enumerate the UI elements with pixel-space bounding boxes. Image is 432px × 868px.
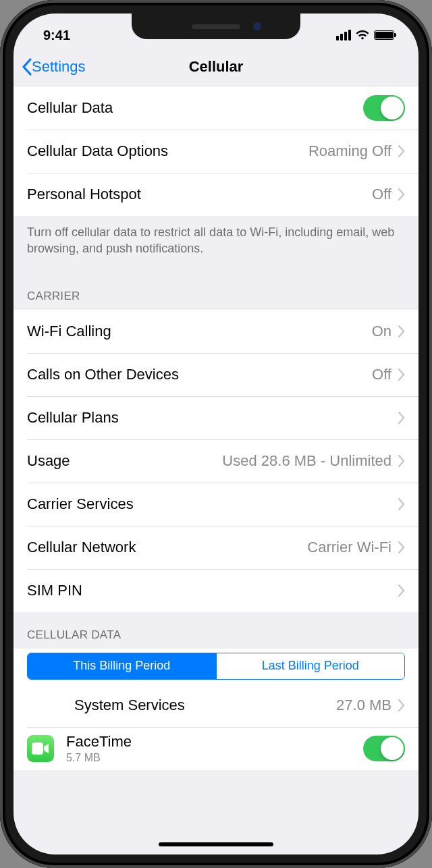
facetime-usage: 5.7 MB <box>66 752 132 764</box>
chevron-right-icon <box>398 699 405 711</box>
battery-icon <box>374 30 394 40</box>
row-facetime[interactable]: FaceTime 5.7 MB <box>14 727 418 770</box>
row-cellular-data[interactable]: Cellular Data <box>14 86 418 130</box>
cellular-data-footer: Turn off cellular data to restrict all d… <box>14 216 418 273</box>
billing-period-segmented[interactable]: This Billing Period Last Billing Period <box>27 653 405 680</box>
chevron-right-icon <box>398 541 405 553</box>
row-carrier-services[interactable]: Carrier Services <box>14 483 418 526</box>
usage-label: Usage <box>27 452 70 470</box>
personal-hotspot-label: Personal Hotspot <box>27 186 141 203</box>
system-services-label: System Services <box>74 697 185 714</box>
row-wifi-calling[interactable]: Wi-Fi Calling On <box>14 310 418 353</box>
cellular-plans-label: Cellular Plans <box>27 409 119 427</box>
cellular-network-value: Carrier Wi-Fi <box>307 539 392 556</box>
facetime-toggle[interactable] <box>363 736 405 761</box>
chevron-right-icon <box>398 455 405 467</box>
section-header-carrier: CARRIER <box>14 273 418 310</box>
status-time: 9:41 <box>34 28 70 43</box>
segment-this-billing-period[interactable]: This Billing Period <box>28 653 216 679</box>
row-usage[interactable]: Usage Used 28.6 MB - Unlimited <box>14 439 418 483</box>
facetime-app-icon <box>27 735 54 762</box>
row-calls-other-devices[interactable]: Calls on Other Devices Off <box>14 353 418 396</box>
section-header-cellular-data: CELLULAR DATA <box>14 612 418 649</box>
chevron-right-icon <box>398 325 405 337</box>
chevron-left-icon <box>22 58 32 76</box>
cellular-data-options-value: Roaming Off <box>308 142 392 160</box>
page-title: Cellular <box>189 58 244 76</box>
wifi-icon <box>355 30 370 40</box>
carrier-services-label: Carrier Services <box>27 495 134 513</box>
chevron-right-icon <box>398 188 405 200</box>
device-notch <box>132 13 300 39</box>
calls-other-devices-label: Calls on Other Devices <box>27 366 179 383</box>
row-cellular-plans[interactable]: Cellular Plans <box>14 396 418 439</box>
row-system-services[interactable]: System Services 27.0 MB <box>14 684 418 727</box>
usage-value: Used 28.6 MB - Unlimited <box>222 452 392 470</box>
svg-rect-0 <box>32 742 43 755</box>
sim-pin-label: SIM PIN <box>27 582 82 599</box>
facetime-label: FaceTime <box>66 733 132 751</box>
row-personal-hotspot[interactable]: Personal Hotspot Off <box>14 173 418 216</box>
back-button[interactable]: Settings <box>22 58 86 76</box>
segment-last-billing-period[interactable]: Last Billing Period <box>216 653 405 679</box>
navigation-bar: Settings Cellular <box>14 47 418 86</box>
back-label: Settings <box>32 58 86 76</box>
chevron-right-icon <box>398 585 405 597</box>
cellular-signal-icon <box>336 30 351 40</box>
chevron-right-icon <box>398 498 405 510</box>
cellular-network-label: Cellular Network <box>27 539 136 556</box>
home-indicator[interactable] <box>159 842 273 846</box>
chevron-right-icon <box>398 369 405 381</box>
row-cellular-data-options[interactable]: Cellular Data Options Roaming Off <box>14 130 418 173</box>
row-cellular-network[interactable]: Cellular Network Carrier Wi-Fi <box>14 526 418 569</box>
wifi-calling-label: Wi-Fi Calling <box>27 323 111 340</box>
calls-other-devices-value: Off <box>372 366 392 383</box>
cellular-data-label: Cellular Data <box>27 99 113 117</box>
chevron-right-icon <box>398 412 405 424</box>
wifi-calling-value: On <box>372 323 392 340</box>
cellular-data-toggle[interactable] <box>363 95 405 121</box>
chevron-right-icon <box>398 145 405 157</box>
cellular-data-options-label: Cellular Data Options <box>27 142 168 160</box>
personal-hotspot-value: Off <box>372 186 392 203</box>
row-sim-pin[interactable]: SIM PIN <box>14 569 418 612</box>
system-services-value: 27.0 MB <box>336 697 392 714</box>
